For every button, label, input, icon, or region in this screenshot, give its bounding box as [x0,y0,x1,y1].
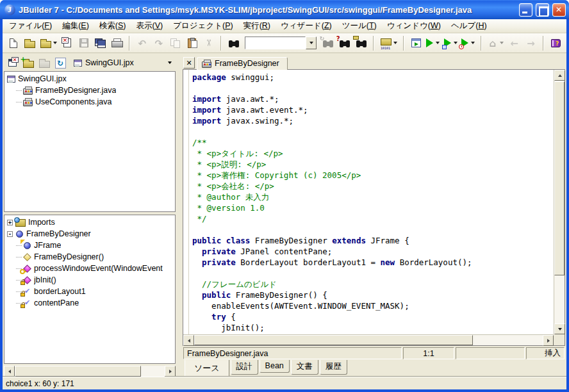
close-editor-tab-button[interactable] [183,57,195,69]
tree-connector [16,303,22,304]
binoculars-refresh-icon: ↻ [323,40,333,47]
editor-hscroll-track[interactable] [194,335,543,345]
back-button [506,35,522,51]
find-in-path-button[interactable] [353,35,369,51]
search-input[interactable] [245,37,306,49]
help-button[interactable]: ? [548,35,564,51]
tree-item-framebydesigner[interactable]: -FrameByDesigner [4,228,175,240]
maximize-button[interactable] [536,3,549,17]
editor-hscrollbar[interactable] [183,334,554,345]
scroll-down-button[interactable] [554,323,565,334]
search-dropdown-button[interactable] [306,37,317,49]
menu-s[interactable]: 検索(S) [94,19,131,33]
close-button[interactable] [552,3,566,17]
vscroll-thumb[interactable] [554,81,565,275]
tree-connector [16,102,22,102]
open-file-menu-button[interactable] [38,35,58,51]
menu-w[interactable]: ウィンドウ(W) [382,19,446,33]
code-token: * <p>タイトル: </p> [192,149,283,158]
toolbar-separator [543,36,544,51]
tree-item-borderlayout1[interactable]: borderLayout1 [4,286,175,297]
hscroll-thumb[interactable] [15,366,141,377]
structure-tree-hscrollbar[interactable] [4,366,176,377]
code-editor[interactable]: package swinggui; import java.awt.*;impo… [183,69,565,346]
code-token: javax.swing.*; [221,116,293,126]
scroll-right-button[interactable] [543,335,554,346]
vscroll-track[interactable] [554,81,565,323]
tree-connector [16,291,22,292]
close-file-icon: ✕ [63,38,71,47]
view-tab-item[interactable]: 設計 [231,360,258,375]
view-tab-item[interactable]: ソース [185,360,229,378]
refresh-icon [55,58,66,69]
tree-item-jbinit[interactable]: jbInit() [4,274,175,286]
incremental-search-button[interactable]: ? [336,35,352,51]
scroll-up-button[interactable] [554,70,565,81]
code-token [192,290,202,300]
menu-p[interactable]: プロジェクト(P) [168,19,238,33]
cut-button [201,35,217,51]
code-token: JPanel contentPane; [236,247,333,256]
menu-z[interactable]: ウィザード(Z) [276,19,337,33]
menu-f[interactable]: ファイル(F) [4,19,57,33]
view-tab-item[interactable]: 履歴 [320,360,347,375]
menu-r[interactable]: 実行(R) [238,19,276,33]
tree-item-usecomponents-java[interactable]: UseComponents.java [4,96,175,108]
paste-button[interactable] [184,35,200,51]
tree-item-label: FrameByDesigner [26,229,91,238]
rebuild-window-icon [411,38,421,47]
scroll-left-button[interactable] [4,366,15,377]
menu-t[interactable]: ツール(T) [337,19,382,33]
status-insert-mode: 挿入 [526,347,565,359]
hscroll-track[interactable] [15,366,165,377]
code-text[interactable]: package swinggui; import java.awt.*;impo… [192,72,554,334]
expander-collapsed[interactable]: + [7,220,13,225]
window-body: ファイル(F)編集(E)検索(S)表示(V)プロジェクト(P)実行(R)ウィザー… [3,19,566,389]
tree-item-processwindowevent-windowevent[interactable]: processWindowEvent(WindowEvent [4,263,175,274]
open-file-button[interactable] [22,35,38,51]
new-file-button[interactable] [5,35,21,51]
window-title: JBuilder 7 - C:/Documents and Settings/m… [19,5,516,15]
expander-expanded[interactable]: - [7,231,13,237]
save-all-button[interactable] [92,35,108,51]
print-button[interactable] [109,35,125,51]
code-area[interactable]: package swinggui; import java.awt.*;impo… [183,70,554,334]
open-folder-icon [24,41,35,48]
editor-view-tabs: ソース設計Bean文書履歴 [183,360,565,377]
main-toolbar: ✕↻?? [3,33,566,53]
make-project-button[interactable] [378,35,399,51]
editor-hscroll-thumb[interactable] [194,335,473,345]
tree-item-swinggui-jpx[interactable]: SwingGUI.jpx [4,73,175,85]
editor-tab-framebydesigner[interactable]: FrameByDesigner [197,57,288,70]
debug-project-button[interactable] [442,35,459,51]
run-project-button[interactable] [425,35,441,51]
menu-h[interactable]: ヘルプ(H) [446,19,492,33]
menu-e[interactable]: 編集(E) [57,19,94,33]
code-token: enableEvents(AWTEvent.WINDOW_EVENT_MASK)… [192,301,409,311]
tree-item-contentpane[interactable]: contentPane [4,297,175,309]
close-file-button[interactable]: ✕ [59,35,75,51]
code-token: swinggui; [226,72,274,82]
view-tab-bean[interactable]: Bean [260,360,290,373]
structure-tree: +Imports-FrameByDesignerJFrameFrameByDes… [4,215,176,364]
view-tab-item[interactable]: 文書 [291,360,318,375]
find-button[interactable] [226,35,242,51]
minimize-button[interactable] [519,3,532,17]
tree-item-framebydesigner[interactable]: FrameByDesigner() [4,251,175,263]
class-icon [15,230,24,238]
tree-item-framebydesigner-java[interactable]: FrameByDesigner.java [4,85,175,96]
code-token: * @version 1.0 [192,203,265,213]
refresh-button[interactable] [53,56,67,70]
profile-project-button[interactable] [459,35,476,51]
tree-item-jframe[interactable]: JFrame [4,240,175,251]
scroll-left-button[interactable] [183,335,194,346]
scroll-right-button[interactable] [165,366,176,377]
close-project-button[interactable]: ✕ [5,56,19,70]
editor-vscrollbar[interactable] [554,70,565,334]
add-files-button[interactable]: + [21,56,35,70]
project-selector[interactable]: SwingGUI.jpx [69,57,174,69]
titlebar[interactable]: JBuilder 7 - C:/Documents and Settings/m… [0,0,569,19]
tree-item-imports[interactable]: +Imports [4,216,175,228]
menu-v[interactable]: 表示(V) [131,19,169,33]
rebuild-project-button[interactable] [408,35,424,51]
